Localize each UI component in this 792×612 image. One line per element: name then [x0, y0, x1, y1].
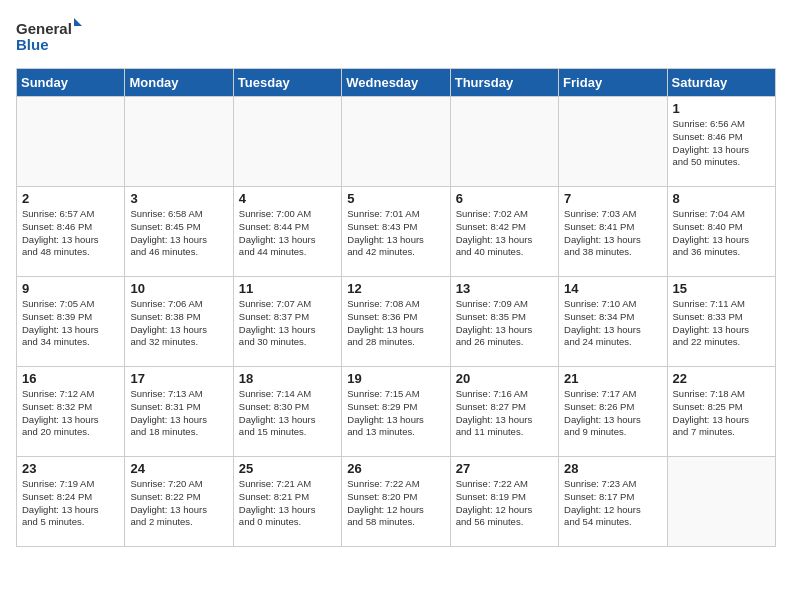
svg-text:General: General	[16, 20, 72, 37]
cell-info: Sunrise: 7:16 AM Sunset: 8:27 PM Dayligh…	[456, 388, 553, 439]
cell-info: Sunrise: 7:18 AM Sunset: 8:25 PM Dayligh…	[673, 388, 770, 439]
day-number: 2	[22, 191, 119, 206]
day-number: 10	[130, 281, 227, 296]
calendar-cell: 26Sunrise: 7:22 AM Sunset: 8:20 PM Dayli…	[342, 457, 450, 547]
cell-info: Sunrise: 7:08 AM Sunset: 8:36 PM Dayligh…	[347, 298, 444, 349]
week-row-1: 1Sunrise: 6:56 AM Sunset: 8:46 PM Daylig…	[17, 97, 776, 187]
cell-info: Sunrise: 7:17 AM Sunset: 8:26 PM Dayligh…	[564, 388, 661, 439]
col-header-wednesday: Wednesday	[342, 69, 450, 97]
calendar-cell	[667, 457, 775, 547]
cell-info: Sunrise: 7:03 AM Sunset: 8:41 PM Dayligh…	[564, 208, 661, 259]
calendar-cell: 14Sunrise: 7:10 AM Sunset: 8:34 PM Dayli…	[559, 277, 667, 367]
calendar-cell: 24Sunrise: 7:20 AM Sunset: 8:22 PM Dayli…	[125, 457, 233, 547]
cell-info: Sunrise: 7:23 AM Sunset: 8:17 PM Dayligh…	[564, 478, 661, 529]
calendar-cell: 7Sunrise: 7:03 AM Sunset: 8:41 PM Daylig…	[559, 187, 667, 277]
calendar-cell: 25Sunrise: 7:21 AM Sunset: 8:21 PM Dayli…	[233, 457, 341, 547]
day-number: 13	[456, 281, 553, 296]
col-header-monday: Monday	[125, 69, 233, 97]
cell-info: Sunrise: 7:12 AM Sunset: 8:32 PM Dayligh…	[22, 388, 119, 439]
calendar-cell: 16Sunrise: 7:12 AM Sunset: 8:32 PM Dayli…	[17, 367, 125, 457]
calendar-cell	[233, 97, 341, 187]
cell-info: Sunrise: 7:01 AM Sunset: 8:43 PM Dayligh…	[347, 208, 444, 259]
day-number: 17	[130, 371, 227, 386]
calendar-header-row: SundayMondayTuesdayWednesdayThursdayFrid…	[17, 69, 776, 97]
calendar-cell: 20Sunrise: 7:16 AM Sunset: 8:27 PM Dayli…	[450, 367, 558, 457]
cell-info: Sunrise: 7:11 AM Sunset: 8:33 PM Dayligh…	[673, 298, 770, 349]
cell-info: Sunrise: 7:15 AM Sunset: 8:29 PM Dayligh…	[347, 388, 444, 439]
calendar-cell: 15Sunrise: 7:11 AM Sunset: 8:33 PM Dayli…	[667, 277, 775, 367]
calendar-cell: 10Sunrise: 7:06 AM Sunset: 8:38 PM Dayli…	[125, 277, 233, 367]
day-number: 19	[347, 371, 444, 386]
day-number: 5	[347, 191, 444, 206]
cell-info: Sunrise: 7:20 AM Sunset: 8:22 PM Dayligh…	[130, 478, 227, 529]
day-number: 12	[347, 281, 444, 296]
cell-info: Sunrise: 7:21 AM Sunset: 8:21 PM Dayligh…	[239, 478, 336, 529]
cell-info: Sunrise: 7:14 AM Sunset: 8:30 PM Dayligh…	[239, 388, 336, 439]
day-number: 24	[130, 461, 227, 476]
calendar-cell: 11Sunrise: 7:07 AM Sunset: 8:37 PM Dayli…	[233, 277, 341, 367]
week-row-2: 2Sunrise: 6:57 AM Sunset: 8:46 PM Daylig…	[17, 187, 776, 277]
calendar-cell: 1Sunrise: 6:56 AM Sunset: 8:46 PM Daylig…	[667, 97, 775, 187]
calendar-table: SundayMondayTuesdayWednesdayThursdayFrid…	[16, 68, 776, 547]
day-number: 22	[673, 371, 770, 386]
calendar-cell: 23Sunrise: 7:19 AM Sunset: 8:24 PM Dayli…	[17, 457, 125, 547]
cell-info: Sunrise: 7:13 AM Sunset: 8:31 PM Dayligh…	[130, 388, 227, 439]
page-header: General Blue	[16, 16, 776, 60]
day-number: 14	[564, 281, 661, 296]
day-number: 26	[347, 461, 444, 476]
col-header-sunday: Sunday	[17, 69, 125, 97]
logo-svg: General Blue	[16, 16, 86, 60]
calendar-cell: 9Sunrise: 7:05 AM Sunset: 8:39 PM Daylig…	[17, 277, 125, 367]
calendar-cell: 8Sunrise: 7:04 AM Sunset: 8:40 PM Daylig…	[667, 187, 775, 277]
day-number: 16	[22, 371, 119, 386]
day-number: 7	[564, 191, 661, 206]
cell-info: Sunrise: 7:09 AM Sunset: 8:35 PM Dayligh…	[456, 298, 553, 349]
cell-info: Sunrise: 7:06 AM Sunset: 8:38 PM Dayligh…	[130, 298, 227, 349]
day-number: 27	[456, 461, 553, 476]
day-number: 15	[673, 281, 770, 296]
cell-info: Sunrise: 7:22 AM Sunset: 8:19 PM Dayligh…	[456, 478, 553, 529]
svg-text:Blue: Blue	[16, 36, 49, 53]
cell-info: Sunrise: 7:02 AM Sunset: 8:42 PM Dayligh…	[456, 208, 553, 259]
cell-info: Sunrise: 7:07 AM Sunset: 8:37 PM Dayligh…	[239, 298, 336, 349]
day-number: 20	[456, 371, 553, 386]
calendar-cell: 27Sunrise: 7:22 AM Sunset: 8:19 PM Dayli…	[450, 457, 558, 547]
day-number: 18	[239, 371, 336, 386]
calendar-cell	[342, 97, 450, 187]
day-number: 8	[673, 191, 770, 206]
calendar-cell	[450, 97, 558, 187]
calendar-cell: 19Sunrise: 7:15 AM Sunset: 8:29 PM Dayli…	[342, 367, 450, 457]
calendar-cell	[125, 97, 233, 187]
calendar-cell: 4Sunrise: 7:00 AM Sunset: 8:44 PM Daylig…	[233, 187, 341, 277]
cell-info: Sunrise: 7:19 AM Sunset: 8:24 PM Dayligh…	[22, 478, 119, 529]
calendar-cell: 5Sunrise: 7:01 AM Sunset: 8:43 PM Daylig…	[342, 187, 450, 277]
day-number: 1	[673, 101, 770, 116]
logo: General Blue	[16, 16, 86, 60]
cell-info: Sunrise: 7:04 AM Sunset: 8:40 PM Dayligh…	[673, 208, 770, 259]
calendar-cell	[17, 97, 125, 187]
week-row-4: 16Sunrise: 7:12 AM Sunset: 8:32 PM Dayli…	[17, 367, 776, 457]
calendar-cell	[559, 97, 667, 187]
calendar-cell: 12Sunrise: 7:08 AM Sunset: 8:36 PM Dayli…	[342, 277, 450, 367]
calendar-cell: 21Sunrise: 7:17 AM Sunset: 8:26 PM Dayli…	[559, 367, 667, 457]
day-number: 4	[239, 191, 336, 206]
day-number: 28	[564, 461, 661, 476]
calendar-cell: 28Sunrise: 7:23 AM Sunset: 8:17 PM Dayli…	[559, 457, 667, 547]
calendar-cell: 17Sunrise: 7:13 AM Sunset: 8:31 PM Dayli…	[125, 367, 233, 457]
col-header-friday: Friday	[559, 69, 667, 97]
week-row-3: 9Sunrise: 7:05 AM Sunset: 8:39 PM Daylig…	[17, 277, 776, 367]
day-number: 6	[456, 191, 553, 206]
cell-info: Sunrise: 7:10 AM Sunset: 8:34 PM Dayligh…	[564, 298, 661, 349]
day-number: 11	[239, 281, 336, 296]
calendar-cell: 2Sunrise: 6:57 AM Sunset: 8:46 PM Daylig…	[17, 187, 125, 277]
calendar-cell: 22Sunrise: 7:18 AM Sunset: 8:25 PM Dayli…	[667, 367, 775, 457]
col-header-saturday: Saturday	[667, 69, 775, 97]
calendar-cell: 18Sunrise: 7:14 AM Sunset: 8:30 PM Dayli…	[233, 367, 341, 457]
day-number: 25	[239, 461, 336, 476]
cell-info: Sunrise: 7:00 AM Sunset: 8:44 PM Dayligh…	[239, 208, 336, 259]
col-header-tuesday: Tuesday	[233, 69, 341, 97]
svg-marker-2	[74, 18, 82, 26]
cell-info: Sunrise: 6:58 AM Sunset: 8:45 PM Dayligh…	[130, 208, 227, 259]
day-number: 9	[22, 281, 119, 296]
col-header-thursday: Thursday	[450, 69, 558, 97]
